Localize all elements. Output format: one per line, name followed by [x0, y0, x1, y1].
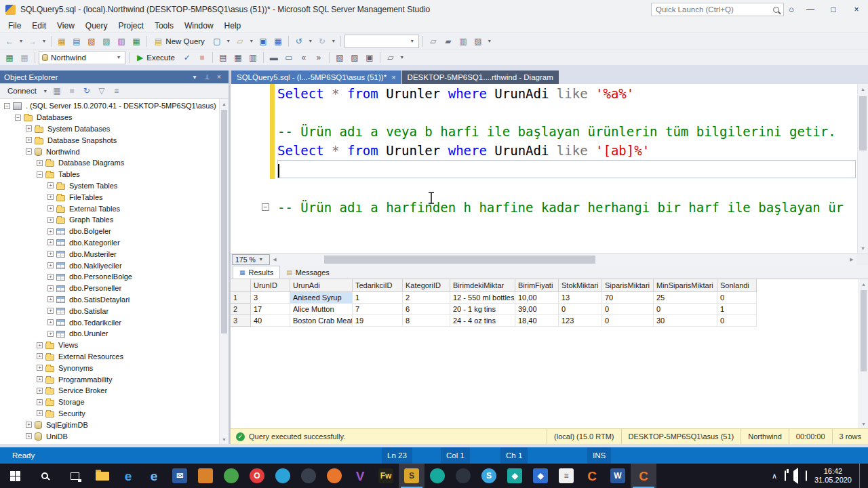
object-explorer-scrollbar[interactable]: ▲ ▼ — [219, 99, 229, 444]
fireworks-icon[interactable]: Fw — [373, 464, 399, 488]
editor-line[interactable] — [277, 179, 856, 198]
script-icon[interactable]: ≡ — [110, 84, 123, 98]
toolbar-overflow-dropdown[interactable]: ▾ — [399, 54, 406, 60]
expand-icon[interactable]: + — [37, 342, 43, 348]
expand-icon[interactable]: + — [47, 239, 54, 245]
internet-explorer-icon[interactable]: e — [141, 464, 167, 488]
cell[interactable]: 1 — [717, 304, 757, 315]
start-button[interactable] — [0, 464, 30, 488]
row-number-cell[interactable]: 3 — [231, 315, 251, 327]
menu-help[interactable]: Help — [219, 20, 247, 32]
open-file-dropdown[interactable]: ▾ — [248, 38, 255, 44]
tree-item[interactable]: +UniDB — [0, 430, 219, 442]
properties-window-icon[interactable]: ▰ — [441, 35, 455, 48]
scroll-up-icon[interactable]: ▲ — [220, 99, 229, 108]
decrease-indent-icon[interactable]: « — [297, 51, 311, 64]
expand-icon[interactable]: + — [37, 160, 43, 166]
firefox-icon[interactable] — [321, 464, 347, 488]
editor-line[interactable]: Select * from Urunler where UrunAdi like… — [277, 84, 856, 103]
fold-collapse-icon[interactable]: − — [262, 203, 269, 211]
tree-item[interactable]: +SqlEgitimDB — [0, 419, 219, 430]
cell[interactable]: Aniseed Syrup — [290, 292, 353, 304]
object-explorer-icon[interactable]: ▥ — [456, 35, 470, 48]
expand-icon[interactable]: + — [47, 194, 54, 200]
network-icon[interactable] — [785, 471, 786, 481]
filter-icon[interactable]: ▽ — [95, 84, 108, 98]
tree-item[interactable]: +Database Diagrams — [0, 157, 219, 169]
expand-icon[interactable]: + — [26, 137, 32, 143]
available-databases-combo[interactable]: Northwind▾ — [39, 51, 125, 64]
xmla-query-icon[interactable]: ▦ — [130, 35, 143, 48]
editor-line[interactable] — [277, 160, 856, 178]
cell[interactable]: 0 — [717, 315, 757, 327]
back-history-dropdown[interactable]: ▾ — [18, 38, 24, 44]
sqlcmd-mode-icon[interactable]: ▱ — [384, 51, 397, 64]
tree-item[interactable]: +External Resources — [0, 351, 219, 363]
cell[interactable]: 10,00 — [515, 292, 559, 304]
expand-icon[interactable]: + — [47, 182, 54, 188]
editor-line[interactable]: Select * from Urunler where UrunAdi like… — [277, 141, 856, 160]
cell[interactable]: Boston Crab Meat — [290, 315, 353, 327]
scrollbar-thumb[interactable] — [221, 110, 227, 333]
cell[interactable]: 0 — [717, 292, 757, 304]
menu-window[interactable]: Window — [179, 20, 219, 32]
tab-sqlquery5[interactable]: SQLQuery5.sql - (l...-5MP6SQ1\asus (51))… — [231, 70, 401, 84]
results-to-file-icon[interactable]: ▥ — [246, 51, 260, 64]
cancel-query-icon[interactable]: ■ — [195, 51, 209, 64]
expand-icon[interactable]: + — [47, 274, 54, 280]
cell[interactable]: Alice Mutton — [290, 304, 353, 315]
mail-app-icon[interactable]: ✉ — [167, 464, 193, 488]
deployment-target-combo[interactable]: ▾ — [344, 35, 419, 48]
tree-item[interactable]: +dbo.Kategoriler — [0, 237, 219, 249]
chrome-icon[interactable] — [218, 464, 244, 488]
minimize-button[interactable]: — — [799, 0, 822, 19]
expand-icon[interactable]: + — [37, 376, 43, 382]
editor-horizontal-scrollbar[interactable]: ◀ ▶ — [270, 254, 856, 265]
cell[interactable]: 2 — [403, 292, 450, 304]
new-file-dropdown[interactable]: ▾ — [225, 38, 232, 44]
tree-item[interactable]: +Programmability — [0, 373, 219, 385]
tree-item[interactable]: +dbo.Musteriler — [0, 248, 219, 260]
scroll-up-icon[interactable]: ▲ — [859, 279, 868, 289]
mdx-query-icon[interactable]: ▨ — [100, 35, 113, 48]
expand-icon[interactable]: + — [47, 262, 54, 268]
menu-view[interactable]: View — [52, 20, 80, 32]
connect-dropdown[interactable]: Connect — [3, 84, 41, 98]
steam-icon[interactable] — [296, 464, 321, 488]
expand-icon[interactable]: + — [26, 125, 32, 131]
tray-expand-icon[interactable]: ∧ — [772, 471, 777, 481]
comment-selection-icon[interactable]: ▬ — [267, 51, 281, 64]
results-vertical-scrollbar[interactable]: ▲ ▼ — [859, 279, 868, 428]
tree-item[interactable]: −Databases — [0, 112, 219, 123]
database-engine-query-icon[interactable]: ▤ — [70, 35, 83, 48]
column-header[interactable]: Sonlandi — [717, 279, 757, 292]
results-to-text-icon[interactable]: ▤ — [216, 51, 230, 64]
editor-line[interactable]: -- Ürün adı a veya b harfi ile başlayan … — [277, 122, 856, 141]
cell[interactable]: 6 — [403, 304, 450, 315]
collapse-icon[interactable]: − — [26, 148, 32, 155]
expand-icon[interactable]: + — [47, 251, 54, 257]
expand-icon[interactable]: + — [37, 399, 43, 405]
connect-dropdown-caret[interactable]: ▾ — [42, 88, 49, 94]
code-area[interactable]: Select * from Urunler where UrunAdi like… — [277, 84, 857, 253]
camtasia-icon[interactable] — [425, 464, 450, 488]
expand-icon[interactable]: + — [37, 410, 43, 416]
cell[interactable]: 13 — [559, 292, 602, 304]
blender-app-icon[interactable]: ◆ — [528, 464, 553, 488]
cell[interactable]: 30 — [654, 315, 717, 327]
camtasia-2020-icon[interactable]: C — [631, 464, 656, 488]
include-actual-plan-icon[interactable]: ▧ — [333, 51, 347, 64]
expand-icon[interactable]: + — [47, 217, 54, 223]
menu-file[interactable]: File — [3, 20, 26, 32]
scrollbar-thumb[interactable] — [861, 290, 867, 371]
maximize-button[interactable]: □ — [822, 0, 845, 19]
tree-item[interactable]: +External Tables — [0, 203, 219, 214]
parse-icon[interactable]: ✓ — [180, 51, 194, 64]
row-number-cell[interactable]: 1 — [231, 292, 251, 304]
forward-history-dropdown[interactable]: ▾ — [41, 38, 47, 44]
column-header[interactable]: BirimFiyati — [515, 279, 559, 292]
collapse-icon[interactable]: − — [4, 103, 10, 109]
expand-icon[interactable]: + — [47, 319, 54, 325]
analysis-services-query-icon[interactable]: ▧ — [85, 35, 98, 48]
save-all-icon[interactable]: ▦ — [271, 35, 285, 48]
